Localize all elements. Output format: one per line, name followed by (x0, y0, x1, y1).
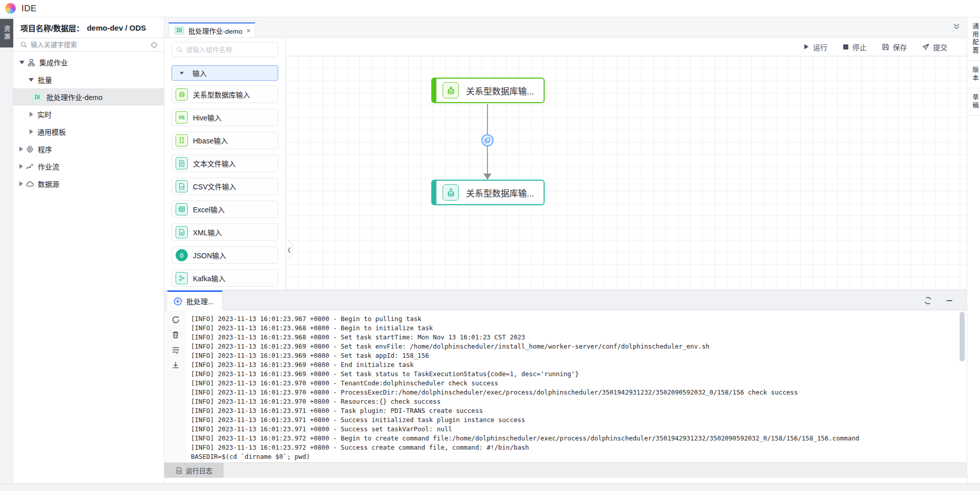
tab-batch-job-demo[interactable]: DI 批处理作业-demo × (168, 22, 255, 37)
node-relational-db-output[interactable]: 关系型数据库输... (431, 180, 545, 205)
tree-expanded-arrow-icon[interactable] (29, 78, 34, 82)
node-label: 关系型数据库输... (466, 186, 534, 199)
tree-item-batch[interactable]: 批量 (13, 71, 164, 88)
node-label: 关系型数据库输... (466, 84, 534, 97)
word-wrap-icon[interactable] (172, 346, 180, 354)
component-item-json-input[interactable]: {} JSON输入 (172, 247, 278, 264)
locate-icon[interactable] (151, 41, 158, 48)
log-line: [INFO] 2023-11-13 16:01:23.967 +0800 - B… (191, 314, 962, 324)
run-button[interactable]: 运行 (803, 42, 827, 52)
component-item-kafka-input[interactable]: Kafka输入 (172, 269, 278, 287)
log-line: [INFO] 2023-11-13 16:01:23.970 +0800 - T… (191, 379, 962, 388)
send-icon (922, 43, 929, 51)
edge-copy-badge[interactable] (481, 134, 494, 146)
node-relational-db-input[interactable]: 关系型数据库输... (431, 78, 545, 103)
search-icon (20, 41, 27, 48)
component-label: JSON输入 (193, 250, 226, 260)
resource-sidebar: 项目名称/数据层： demo-dev / ODS 集成作业 批量 (13, 17, 164, 483)
tree-item-workflow[interactable]: 作业流 (13, 158, 164, 175)
tree-item-general-template[interactable]: 通用模板 (13, 123, 164, 140)
json-input-icon: {} (176, 249, 188, 261)
sidebar-search-input[interactable] (31, 41, 151, 48)
minimize-icon[interactable] (945, 297, 953, 305)
workflow-icon (26, 163, 34, 170)
tree-expanded-arrow-icon[interactable] (19, 61, 24, 64)
component-label: 文本文件输入 (193, 158, 236, 168)
tab-draft[interactable]: 草稿 (967, 88, 980, 116)
component-item-hive-input[interactable]: Hi Hive输入 (172, 109, 278, 126)
tree-collapsed-arrow-icon[interactable] (19, 181, 23, 186)
db-input-node-icon (443, 82, 459, 99)
save-button[interactable]: 保存 (882, 42, 907, 52)
tree-item-integration-jobs[interactable]: 集成作业 (13, 54, 164, 71)
log-tab-batch[interactable]: 批处理... (167, 290, 223, 310)
component-search (172, 42, 278, 57)
ide-app: IDE 资源 项目名称/数据层： demo-dev / ODS 集 (0, 0, 980, 491)
log-body: [INFO] 2023-11-13 16:01:23.967 +0800 - B… (164, 310, 967, 462)
stop-button[interactable]: 停止 (843, 42, 867, 52)
tree-item-label: 程序 (38, 144, 52, 154)
section-expanded-arrow-icon[interactable] (180, 71, 184, 75)
component-item-excel-input[interactable]: Excel输入 (172, 201, 278, 218)
tree-item-label: 集成作业 (39, 57, 68, 67)
log-tab-row: 批处理... (164, 290, 967, 310)
log-line: [INFO] 2023-11-13 16:01:23.971 +0800 - S… (191, 425, 962, 434)
component-item-hbase-input[interactable]: Hbase输入 (172, 132, 278, 149)
clear-log-icon[interactable] (172, 331, 180, 339)
log-actions-column (164, 310, 187, 462)
log-line: BASEDIR=$(cd `dirname $0`; pwd) (191, 452, 962, 461)
tree-item-realtime[interactable]: 实时 (13, 106, 164, 123)
log-line: [INFO] 2023-11-13 16:01:23.968 +0800 - S… (191, 333, 962, 342)
hbase-input-icon (176, 134, 188, 146)
tree-item-label: 数据源 (38, 179, 59, 189)
refresh-icon[interactable] (924, 297, 932, 305)
node-accent-bar (432, 78, 436, 103)
app-logo-icon (5, 3, 16, 14)
xml-input-icon (176, 226, 188, 238)
run-log-tab-label: 运行日志 (186, 465, 212, 475)
datasource-icon (26, 180, 34, 188)
reload-icon[interactable] (172, 315, 180, 324)
submit-button[interactable]: 提交 (922, 42, 947, 52)
log-scrollbar[interactable] (960, 312, 965, 361)
component-label: Hbase输入 (193, 135, 228, 145)
tree-collapsed-arrow-icon[interactable] (19, 146, 23, 152)
log-line: [INFO] 2023-11-13 16:01:23.972 +0800 - S… (191, 443, 962, 452)
tree-item-label: 实时 (37, 109, 52, 119)
download-log-icon[interactable] (172, 361, 180, 369)
excel-input-icon (176, 203, 188, 215)
node-accent-bar (432, 180, 436, 205)
tab-general-config[interactable]: 通用配置 (967, 17, 980, 61)
tree-item-datasource[interactable]: 数据源 (13, 175, 164, 192)
tab-version[interactable]: 版本 (967, 61, 980, 88)
log-line: [INFO] 2023-11-13 16:01:23.971 +0800 - S… (191, 415, 962, 425)
component-item-text-file-input[interactable]: 文本文件输入 (172, 155, 278, 172)
log-line: [INFO] 2023-11-13 16:01:23.970 +0800 - P… (191, 388, 962, 397)
run-log-tab[interactable]: 运行日志 (164, 463, 224, 478)
component-item-relational-db-input[interactable]: 关系型数据库输入 (172, 86, 278, 103)
kafka-input-icon (176, 272, 188, 284)
component-item-csv-file-input[interactable]: CSV CSV文件输入 (172, 178, 278, 195)
relational-db-input-icon (176, 88, 188, 101)
stop-icon (843, 44, 849, 50)
tree-collapsed-arrow-icon[interactable] (30, 129, 33, 134)
tree-item-program[interactable]: 程序 (13, 140, 164, 158)
log-line: [INFO] 2023-11-13 16:01:23.969 +0800 - E… (191, 360, 962, 370)
copy-icon (484, 137, 491, 143)
di-badge: DI (174, 26, 184, 35)
resources-vertical-tab[interactable]: 资源 (0, 19, 13, 47)
tree-collapsed-arrow-icon[interactable] (19, 164, 23, 169)
chevrons-down-icon[interactable] (952, 22, 961, 31)
log-content[interactable]: [INFO] 2023-11-13 16:01:23.967 +0800 - B… (187, 310, 967, 462)
integration-flow-icon (28, 59, 35, 66)
component-search-input[interactable] (186, 46, 276, 54)
section-input-header[interactable]: 输入 (172, 65, 278, 81)
tab-close-icon[interactable]: × (247, 27, 251, 34)
tree-collapsed-arrow-icon[interactable] (30, 112, 33, 117)
canvas-toolbar: 运行 停止 保存 提交 (286, 38, 967, 56)
component-item-xml-input[interactable]: XML输入 (172, 224, 278, 241)
log-line: [INFO] 2023-11-13 16:01:23.971 +0800 - T… (191, 406, 962, 415)
flow-canvas[interactable]: 关系型数据库输... 关系型数据库输... (286, 56, 967, 290)
tree-item-batch-job-demo[interactable]: DI 批处理作业-demo (13, 88, 164, 106)
component-label: Hive输入 (193, 112, 222, 122)
